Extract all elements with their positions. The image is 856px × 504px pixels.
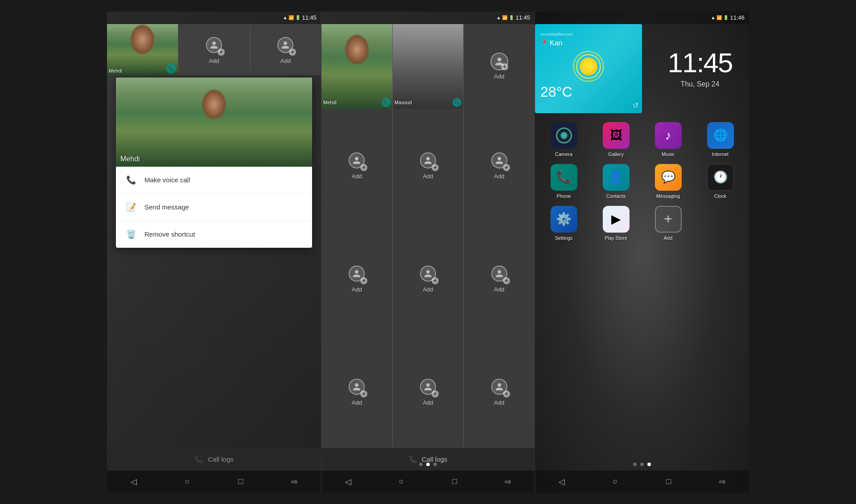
app-playstore[interactable]: ▶ Play Store bbox=[592, 206, 640, 241]
back-btn-3[interactable]: ◁ bbox=[554, 474, 570, 490]
clock-time: 11:45 bbox=[667, 49, 732, 77]
app-settings[interactable]: ⚙️ Settings bbox=[539, 206, 588, 241]
person-plus-r2c1: + bbox=[347, 151, 366, 170]
status-time-3: 11:46 bbox=[730, 14, 745, 21]
page-dots-2 bbox=[321, 463, 535, 466]
app-internet[interactable]: 🌐 Internet bbox=[696, 122, 745, 157]
recent-btn-3[interactable]: □ bbox=[661, 474, 677, 490]
refresh-icon[interactable]: ↺ bbox=[633, 101, 638, 110]
popup-contact-name: Mehdi bbox=[120, 155, 140, 163]
dial-r4c1[interactable]: + Add bbox=[321, 335, 392, 448]
messaging-icon: 💬 bbox=[655, 164, 682, 191]
home-btn-1[interactable]: ○ bbox=[179, 474, 195, 490]
pp-r3c2: + bbox=[418, 264, 438, 283]
extra-btn-1[interactable]: ⇨ bbox=[286, 474, 302, 490]
al-r2c3: Add bbox=[494, 173, 504, 180]
speed-dial-cell-mehdi[interactable]: Mehdi 📞 bbox=[107, 24, 178, 75]
app-add[interactable]: + Add bbox=[644, 206, 692, 241]
playstore-label: Play Store bbox=[605, 235, 627, 241]
app-contacts[interactable]: 👤 Contacts bbox=[592, 164, 640, 199]
add-plus-icon: + bbox=[664, 211, 672, 227]
call-logs-text-2: Call logs bbox=[422, 455, 448, 463]
al-r2c1: Add bbox=[352, 173, 362, 180]
send-message-item[interactable]: 📝 Send message bbox=[116, 194, 312, 221]
status-bar-3: ▲ 📶 🔋 11:46 bbox=[535, 12, 749, 24]
dot-2-2 bbox=[426, 463, 430, 466]
home-btn-3[interactable]: ○ bbox=[607, 474, 623, 490]
phone-label: Phone bbox=[557, 193, 571, 199]
app-music[interactable]: ♪ Music bbox=[644, 122, 692, 157]
battery-icon-3: 🔋 bbox=[723, 15, 728, 20]
call-logs-bar-2[interactable]: 📞 Call logs bbox=[321, 448, 535, 471]
call-logs-bar-1[interactable]: 📞 Call logs bbox=[107, 448, 321, 471]
weather-location: 📍 Kan bbox=[540, 39, 637, 47]
speed-dial-cell-add-1[interactable]: + Add bbox=[178, 24, 249, 75]
pp-r4c2: + bbox=[418, 377, 438, 397]
wifi-icon-3: ▲ bbox=[711, 15, 716, 20]
person-plus-r2c2: + bbox=[418, 151, 438, 170]
app-camera[interactable]: Camera bbox=[539, 122, 588, 157]
dot-2-1 bbox=[419, 463, 423, 466]
weather-temperature: 28°C bbox=[540, 84, 637, 100]
music-label: Music bbox=[662, 152, 675, 157]
back-btn-2[interactable]: ◁ bbox=[340, 474, 356, 490]
add-label-2: Add bbox=[280, 57, 291, 64]
page-dots-3 bbox=[535, 463, 749, 466]
plus-badge-2: + bbox=[289, 49, 296, 56]
voice-call-icon: 📞 bbox=[125, 174, 137, 186]
dial-rows-234: + Add + Add bbox=[321, 109, 535, 448]
dial-call-masoud: 📞 bbox=[453, 98, 461, 107]
dial-r3c3[interactable]: + Add bbox=[464, 222, 535, 335]
add-label-r1c3: Add bbox=[494, 73, 504, 80]
recent-btn-2[interactable]: □ bbox=[447, 474, 463, 490]
make-voice-call-item[interactable]: 📞 Make voice call bbox=[116, 167, 312, 194]
dial-row-4: + Add + Add bbox=[321, 335, 535, 448]
extra-btn-2[interactable]: ⇨ bbox=[500, 474, 516, 490]
message-icon: 📝 bbox=[125, 201, 137, 213]
app-clock[interactable]: 🕐 Clock bbox=[696, 164, 745, 199]
al-r2c2: Add bbox=[423, 173, 433, 180]
clock-date: Thu, Sep 24 bbox=[680, 80, 719, 88]
phone-emoji: 📞 bbox=[556, 170, 572, 184]
app-row-1: Camera 🖼 Gallery ♪ Music 🌐 Internet bbox=[539, 122, 745, 157]
dial-row-2: + Add + Add bbox=[321, 109, 535, 222]
app-row-3-spacer bbox=[696, 206, 723, 241]
back-btn-1[interactable]: ◁ bbox=[126, 474, 142, 490]
speed-dial-top-row: Mehdi 📞 + Add + bbox=[107, 24, 321, 75]
dial-r4c3[interactable]: + Add bbox=[464, 335, 535, 448]
plus-badge-1: + bbox=[218, 49, 225, 56]
internet-icon: 🌐 bbox=[707, 122, 734, 149]
gallery-icon: 🖼 bbox=[603, 122, 630, 149]
pb-r3c1: + bbox=[360, 277, 367, 284]
sun-icon bbox=[573, 51, 604, 82]
person-plus-icon-2: + bbox=[276, 35, 295, 55]
dial-r4c2[interactable]: + Add bbox=[393, 335, 464, 448]
clock-label: Clock bbox=[714, 193, 727, 199]
dial-r2c3[interactable]: + Add bbox=[464, 109, 535, 222]
dial-r2c1[interactable]: + Add bbox=[321, 109, 392, 222]
app-messaging[interactable]: 💬 Messaging bbox=[644, 164, 692, 199]
remove-shortcut-item[interactable]: 🗑️ Remove shortcut bbox=[116, 221, 312, 248]
internet-label: Internet bbox=[712, 152, 728, 157]
dial-cell-masoud[interactable]: Masoud 📞 bbox=[393, 24, 464, 109]
add-icon-r2c1: + Add bbox=[347, 151, 366, 180]
dial-cell-add-r1c3[interactable]: + Add bbox=[464, 24, 535, 109]
internet-emoji: 🌐 bbox=[713, 128, 728, 142]
pp-r4c1: + bbox=[347, 377, 366, 397]
call-logs-text-1: Call logs bbox=[208, 455, 234, 463]
dial-r3c1[interactable]: + Add bbox=[321, 222, 392, 335]
home-btn-2[interactable]: ○ bbox=[393, 474, 409, 490]
app-phone[interactable]: 📞 Phone bbox=[539, 164, 588, 199]
extra-btn-3[interactable]: ⇨ bbox=[714, 474, 730, 490]
clock-emoji: 🕐 bbox=[713, 170, 728, 184]
pb-r4c2: + bbox=[432, 390, 439, 397]
recent-btn-1[interactable]: □ bbox=[233, 474, 249, 490]
speed-dial-cell-add-2[interactable]: + Add bbox=[250, 24, 321, 75]
dial-r2c2[interactable]: + Add bbox=[393, 109, 464, 222]
dial-cell-mehdi[interactable]: Mehdi 📞 bbox=[321, 24, 392, 109]
signal-icon-2: 📶 bbox=[502, 15, 507, 20]
dial-r3c2[interactable]: + Add bbox=[393, 222, 464, 335]
music-icon: ♪ bbox=[655, 122, 682, 149]
clock-widget: 11:45 Thu, Sep 24 bbox=[651, 24, 749, 113]
app-gallery[interactable]: 🖼 Gallery bbox=[592, 122, 640, 157]
